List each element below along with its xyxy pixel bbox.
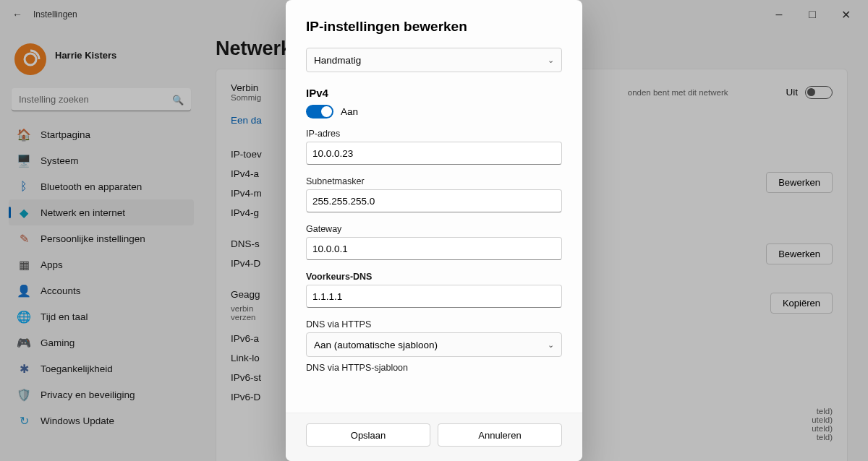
- subnet-label: Subnetmasker: [306, 176, 562, 186]
- ip-method-select[interactable]: Handmatig ⌄: [306, 48, 562, 72]
- dns-label: Voorkeurs-DNS: [306, 272, 562, 282]
- ipv4-heading: IPv4: [306, 87, 562, 99]
- modal-title: IP-instellingen bewerken: [306, 19, 562, 35]
- gateway-input[interactable]: [306, 237, 562, 260]
- ipv4-toggle[interactable]: [306, 105, 333, 119]
- ip-address-input[interactable]: [306, 142, 562, 165]
- gateway-label: Gateway: [306, 224, 562, 234]
- ip-method-value: Handmatig: [314, 55, 361, 66]
- modal-footer: Opslaan Annuleren: [286, 413, 582, 461]
- doh-label: DNS via HTTPS: [306, 319, 562, 329]
- doh-value: Aan (automatische sjabloon): [314, 340, 438, 350]
- ipv4-toggle-label: Aan: [341, 106, 358, 117]
- ip-settings-modal: IP-instellingen bewerken Handmatig ⌄ IPv…: [286, 0, 582, 461]
- chevron-down-icon: ⌄: [548, 56, 554, 65]
- subnet-input[interactable]: [306, 189, 562, 212]
- ip-address-label: IP-adres: [306, 129, 562, 139]
- cancel-button[interactable]: Annuleren: [438, 423, 562, 447]
- chevron-down-icon: ⌄: [548, 340, 554, 350]
- dns-input[interactable]: [306, 285, 562, 308]
- doh-template-label: DNS via HTTPS-sjabloon: [306, 363, 562, 373]
- doh-select[interactable]: Aan (automatische sjabloon) ⌄: [306, 332, 562, 357]
- save-button[interactable]: Opslaan: [306, 423, 430, 447]
